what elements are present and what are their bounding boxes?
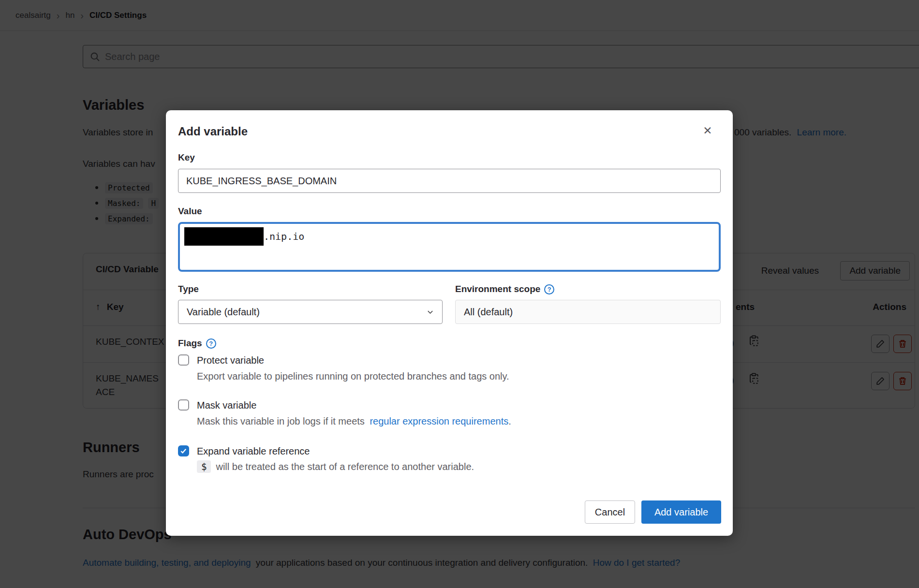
- type-selected-value: Variable (default): [187, 307, 260, 318]
- value-textarea[interactable]: .nip.io: [178, 222, 721, 272]
- value-label: Value: [178, 206, 202, 217]
- mask-variable-label[interactable]: Mask variable: [197, 400, 256, 411]
- regex-requirements-link[interactable]: regular expression requirements: [370, 416, 508, 426]
- add-variable-modal: Add variable ✕ Key Value .nip.io Type Va…: [166, 110, 733, 536]
- dollar-code-chip: $: [197, 460, 211, 473]
- help-icon[interactable]: ?: [544, 284, 554, 294]
- key-input[interactable]: [178, 169, 721, 193]
- expand-variable-reference-checkbox[interactable]: [178, 445, 189, 456]
- environment-scope-select[interactable]: All (default): [455, 300, 721, 324]
- modal-title: Add variable: [178, 125, 248, 138]
- value-visible-text: .nip.io: [264, 227, 304, 246]
- help-icon[interactable]: ?: [206, 338, 216, 349]
- add-variable-submit-button[interactable]: Add variable: [641, 500, 721, 524]
- environment-scope-label: Environment scope ?: [455, 284, 554, 294]
- chevron-down-icon: [427, 309, 434, 316]
- protect-variable-checkbox[interactable]: [178, 354, 189, 366]
- cancel-button[interactable]: Cancel: [585, 500, 635, 524]
- environment-scope-value: All (default): [464, 307, 513, 318]
- expand-variable-reference-label[interactable]: Expand variable reference: [197, 446, 310, 457]
- redacted-value: [184, 227, 264, 246]
- key-label: Key: [178, 152, 195, 163]
- protect-variable-description: Export variable to pipelines running on …: [197, 371, 509, 382]
- close-icon[interactable]: ✕: [697, 120, 718, 141]
- mask-variable-checkbox[interactable]: [178, 399, 189, 411]
- flags-label: Flags ?: [178, 338, 216, 349]
- mask-variable-description: Mask this variable in job logs if it mee…: [197, 416, 511, 427]
- expand-variable-reference-description: $will be treated as the start of a refer…: [197, 461, 474, 472]
- type-label: Type: [178, 284, 199, 294]
- type-select[interactable]: Variable (default): [178, 300, 443, 324]
- protect-variable-label[interactable]: Protect variable: [197, 355, 264, 366]
